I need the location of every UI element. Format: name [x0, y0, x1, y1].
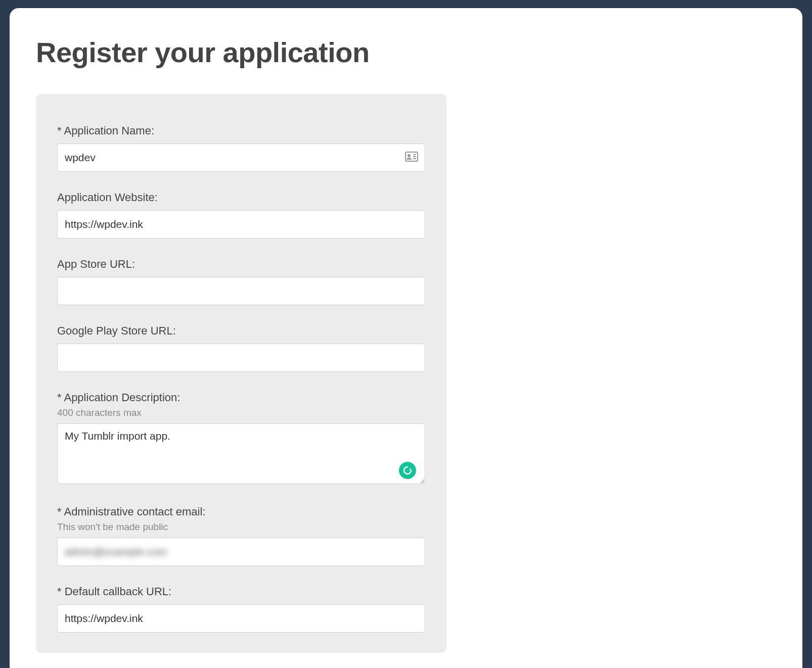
form-group-admin-email: * Administrative contact email: This won… — [57, 505, 425, 566]
form-group-app-website: Application Website: — [57, 191, 425, 238]
admin-email-input-wrapper: admin@example.com — [57, 538, 425, 566]
google-play-url-input[interactable] — [57, 344, 425, 372]
callback-url-input[interactable] — [57, 604, 425, 633]
app-website-input[interactable] — [57, 210, 425, 238]
app-name-input-wrapper — [57, 144, 425, 172]
form-group-google-play-url: Google Play Store URL: — [57, 324, 425, 372]
registration-form-card: * Application Name: Application Website: — [36, 94, 446, 653]
app-name-label: * Application Name: — [57, 124, 425, 137]
app-store-url-input[interactable] — [57, 277, 425, 305]
app-description-textarea[interactable] — [57, 423, 425, 484]
app-description-hint: 400 characters max — [57, 407, 425, 418]
page-title: Register your application — [36, 36, 776, 69]
app-name-input[interactable] — [57, 144, 425, 172]
google-play-url-label: Google Play Store URL: — [57, 324, 425, 338]
form-group-app-name: * Application Name: — [57, 124, 425, 172]
form-group-app-store-url: App Store URL: — [57, 258, 425, 305]
admin-email-label: * Administrative contact email: — [57, 505, 425, 518]
blurred-email-text: admin@example.com — [64, 546, 167, 558]
form-group-callback-url: * Default callback URL: — [57, 585, 425, 633]
callback-url-label: * Default callback URL: — [57, 585, 425, 598]
admin-email-hint: This won't be made public — [57, 521, 425, 533]
app-store-url-label: App Store URL: — [57, 258, 425, 271]
app-website-label: Application Website: — [57, 191, 425, 204]
app-description-wrapper — [57, 423, 425, 486]
form-group-app-description: * Application Description: 400 character… — [57, 391, 425, 486]
page-container: Register your application * Application … — [10, 8, 802, 668]
app-description-label: * Application Description: — [57, 391, 425, 404]
